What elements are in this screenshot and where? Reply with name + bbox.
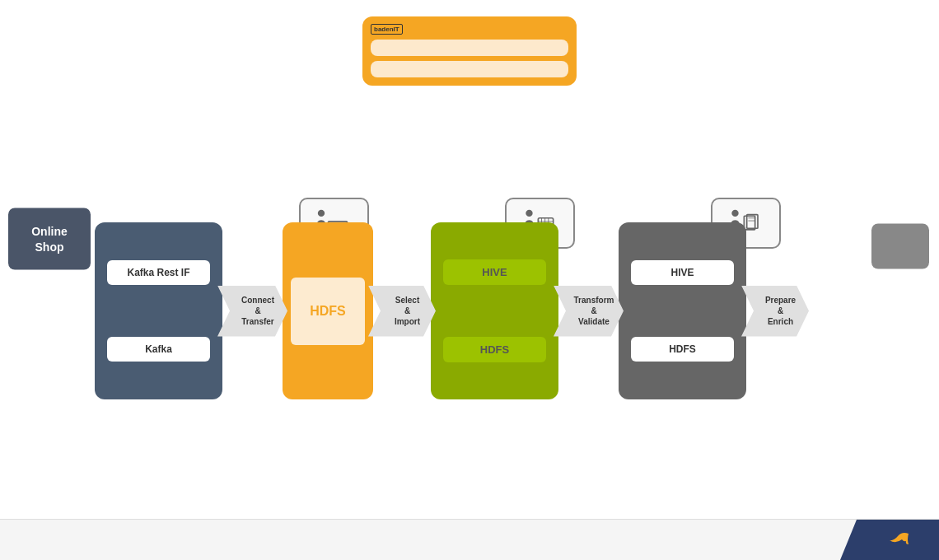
svg-point-4	[526, 210, 532, 217]
online-shop-box: OnlineShop	[8, 208, 91, 270]
footer	[0, 519, 939, 560]
transform-validate-label: Transform&Validate	[574, 295, 614, 327]
kafka-box: Kafka	[107, 337, 210, 362]
connect-transfer-label: Connect&Transfer	[241, 295, 274, 327]
connect-transfer-arrow: Connect&Transfer	[217, 222, 287, 399]
data-lake-ingestion	[371, 61, 568, 77]
select-stage: HDFS	[283, 222, 373, 399]
badenit-bird-icon	[885, 530, 910, 550]
select-import-label: Select&Import	[395, 295, 420, 327]
prepare-enrich-label: Prepare&Enrich	[765, 295, 796, 327]
connect-stage: Kafka Rest IF Kafka	[95, 222, 222, 399]
c4m-box	[871, 224, 929, 269]
prepare-enrich-arrow: Prepare&Enrich	[741, 222, 809, 399]
kafka-rest-if-box: Kafka Rest IF	[107, 260, 210, 285]
hive-green-box: HIVE	[443, 259, 546, 285]
hive-dark-box: HIVE	[631, 260, 734, 285]
svg-point-3	[318, 210, 325, 217]
badenit-footer-block	[840, 520, 939, 560]
data-lake-outer: badenIT	[362, 16, 577, 86]
main-area: badenIT	[0, 0, 939, 519]
pipeline-stages: Kafka Rest IF Kafka Connect&Transfer HDF…	[95, 222, 857, 399]
transform-stage: HIVE HDFS	[431, 222, 558, 399]
online-shop-label: OnlineShop	[31, 224, 68, 254]
data-lake-container: badenIT	[362, 16, 577, 86]
select-import-arrow: Select&Import	[368, 222, 436, 399]
hdfs-green-box: HDFS	[443, 337, 546, 362]
data-lake-persistence	[371, 40, 568, 56]
prepare-stage: HIVE HDFS	[619, 222, 746, 399]
data-lake-header: badenIT	[371, 25, 568, 33]
svg-point-11	[731, 210, 738, 217]
data-lake-logo-text: badenIT	[371, 25, 403, 33]
hdfs-light-box: HDFS	[291, 278, 365, 345]
hdfs-dark-box: HDFS	[631, 337, 734, 362]
transform-validate-arrow: Transform&Validate	[554, 222, 624, 399]
